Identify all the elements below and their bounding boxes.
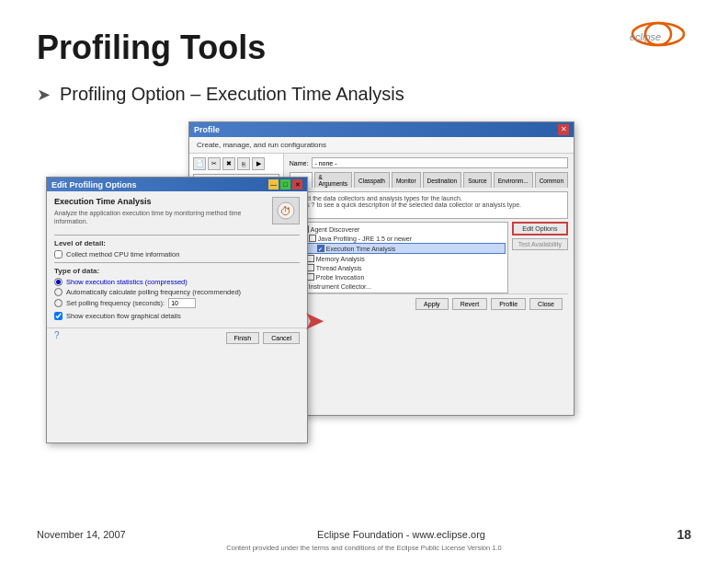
toolbar-btn-2[interactable]: ✂ — [208, 157, 221, 170]
epo-maximize[interactable]: □ — [280, 179, 290, 190]
epo-divider-1 — [54, 235, 300, 236]
epo-finish-button[interactable]: Finish — [226, 332, 260, 344]
epo-help-icon[interactable]: ? — [54, 330, 60, 340]
checkbox-java[interactable] — [309, 235, 316, 242]
option-buttons: Edit Options Test Availability — [512, 222, 568, 293]
tab-bar: Main & Arguments Classpath Monitor Desti… — [290, 172, 568, 188]
slide-title: Profiling Tools — [37, 28, 691, 67]
tree-label-agent: Agent Discoverer — [311, 226, 360, 233]
epo-level-label: Level of detail: — [54, 239, 300, 247]
epo-body: Execution Time Analysis Analyze the appl… — [47, 191, 307, 327]
profile-dialog-right: Name: Main & Arguments Classpath Monitor… — [284, 154, 574, 413]
tab-common[interactable]: Common — [535, 172, 568, 188]
epo-icon: ⏱ — [272, 197, 300, 224]
epo-header-text: Execution Time Analysis Analyze the appl… — [54, 197, 267, 231]
tree-item-java: ▶ Java Profiling - JRE 1.5 or newer — [292, 234, 506, 243]
tab-environment[interactable]: Environm... — [494, 172, 533, 188]
tree-item-thread: Thread Analysis — [292, 263, 506, 272]
epo-radio-manual-label: Set polling frequency (seconds): — [66, 299, 165, 307]
footer-main: November 14, 2007 Eclipse Foundation - w… — [37, 527, 691, 542]
tree-item-probe: Probe Invocation — [292, 272, 506, 282]
epo-section-title: Execution Time Analysis — [54, 197, 267, 206]
epo-minimize[interactable]: — — [268, 179, 279, 190]
dialog-bottom-buttons: Apply Revert Profile Close — [290, 293, 568, 314]
epo-header-section: Execution Time Analysis Analyze the appl… — [54, 197, 300, 231]
name-label: Name: — [290, 160, 309, 167]
profile-dialog-close[interactable]: ✕ — [558, 124, 569, 135]
slide-container: eclipse Profiling Tools ➤ Profiling Opti… — [0, 0, 728, 563]
description-area: Select the data collectors and analysis … — [290, 191, 568, 219]
tab-classpath[interactable]: Classpath — [354, 172, 390, 188]
collect-cpu-checkbox[interactable] — [54, 250, 63, 259]
footer-page: 18 — [677, 527, 691, 542]
profile-dialog-title: Profile — [194, 125, 220, 134]
epo-footer: ? Finish Cancel — [47, 327, 307, 348]
epo-cancel-button[interactable]: Cancel — [263, 332, 300, 344]
subtitle: ➤ Profiling Option – Execution Time Anal… — [37, 84, 691, 105]
footer-org: Eclipse Foundation - www.eclipse.org — [317, 529, 485, 540]
epo-radio-auto-label: Automatically calculate polling frequenc… — [66, 288, 241, 296]
tree-label-exec: Execution Time Analysis — [326, 246, 395, 252]
screenshot-area: Profile ✕ Create, manage, and run config… — [46, 121, 691, 434]
close-button[interactable]: Close — [529, 298, 563, 310]
radio-dot-manual — [54, 299, 63, 307]
tree-item-agent: ▶ Agent Discoverer — [292, 224, 506, 234]
epo-radio-statistics[interactable]: Show execution statistics (compressed) — [54, 278, 300, 286]
footer-license: Content provided under the terms and con… — [226, 544, 501, 552]
epo-type-label: Type of data: — [54, 267, 300, 275]
tree-label-instrument: Instrument Collector... — [309, 283, 371, 290]
epo-radio-auto[interactable]: Automatically calculate polling frequenc… — [54, 288, 300, 296]
tree-item-instrument: Instrument Collector... — [292, 282, 506, 291]
tab-monitor[interactable]: Monitor — [392, 172, 421, 188]
profile-dialog-subtitle: Create, manage, and run configurations — [189, 137, 574, 154]
show-flow-label: Show execution flow graphical details — [66, 312, 181, 320]
arrow-indicator: ➤ — [303, 305, 324, 336]
svg-text:⏱: ⏱ — [280, 205, 291, 218]
epo-titlebar: Edit Profiling Options — □ ✕ — [47, 178, 307, 191]
epo-flow-row: Show execution flow graphical details — [54, 312, 300, 320]
collector-tree: ▶ Agent Discoverer ▶ Java Profiling - JR… — [290, 222, 508, 293]
tree-label-memory: Memory Analysis — [316, 256, 365, 262]
footer-date: November 14, 2007 — [37, 529, 126, 540]
show-flow-checkbox[interactable] — [54, 312, 63, 320]
epo-radio-group: Show execution statistics (compressed) A… — [54, 278, 300, 308]
toolbar-btn-5[interactable]: ▶ — [252, 157, 265, 170]
toolbar-btn-1[interactable]: 📄 — [193, 157, 206, 170]
profile-toolbar: 📄 ✂ ✖ ⎘ ▶ — [193, 157, 279, 170]
tab-destination[interactable]: Destination — [423, 172, 462, 188]
profile-dialog-titlebar: Profile ✕ — [189, 122, 574, 137]
polling-value-input[interactable] — [168, 298, 196, 308]
edit-options-button[interactable]: Edit Options — [512, 222, 568, 236]
name-input[interactable] — [312, 157, 568, 168]
apply-button[interactable]: Apply — [415, 298, 449, 310]
epo-title: Edit Profiling Options — [51, 180, 137, 190]
checkbox-exec[interactable]: ✔ — [317, 245, 324, 252]
test-availability-button[interactable]: Test Availability — [512, 238, 568, 250]
tree-item-memory: Memory Analysis — [292, 254, 506, 263]
bullet-arrow: ➤ — [37, 85, 51, 105]
revert-button[interactable]: Revert — [452, 298, 488, 310]
toolbar-btn-3[interactable]: ✖ — [222, 157, 235, 170]
epo-divider-2 — [54, 262, 300, 263]
radio-dot-auto — [54, 288, 63, 296]
tree-label-java: Java Profiling - JRE 1.5 or newer — [318, 236, 412, 242]
radio-dot-statistics — [54, 278, 63, 286]
tab-source[interactable]: Source — [463, 172, 492, 188]
tree-and-buttons: ▶ Agent Discoverer ▶ Java Profiling - JR… — [290, 222, 568, 293]
tab-arguments[interactable]: & Arguments — [314, 172, 352, 188]
tree-item-execution[interactable]: ✔ Execution Time Analysis — [292, 243, 506, 254]
profile-button[interactable]: Profile — [491, 298, 526, 310]
epo-description: Analyze the application execution time b… — [54, 209, 267, 225]
epo-radio-statistics-label: Show execution statistics (compressed) — [66, 278, 188, 286]
epo-collect-cpu-row: Collect method CPU time information — [54, 250, 300, 259]
name-row: Name: — [290, 157, 568, 168]
epo-close[interactable]: ✕ — [292, 179, 302, 190]
epo-radio-manual[interactable]: Set polling frequency (seconds): — [54, 298, 300, 308]
toolbar-btn-4[interactable]: ⎘ — [237, 157, 250, 170]
tree-label-probe: Probe Invocation — [316, 274, 365, 281]
eclipse-logo: eclipse — [625, 20, 691, 48]
slide-footer: November 14, 2007 Eclipse Foundation - w… — [37, 527, 691, 552]
edit-profiling-dialog: Edit Profiling Options — □ ✕ Execution T… — [46, 177, 308, 443]
epo-titlebar-buttons: — □ ✕ — [268, 179, 302, 190]
collect-cpu-label: Collect method CPU time information — [66, 250, 179, 259]
